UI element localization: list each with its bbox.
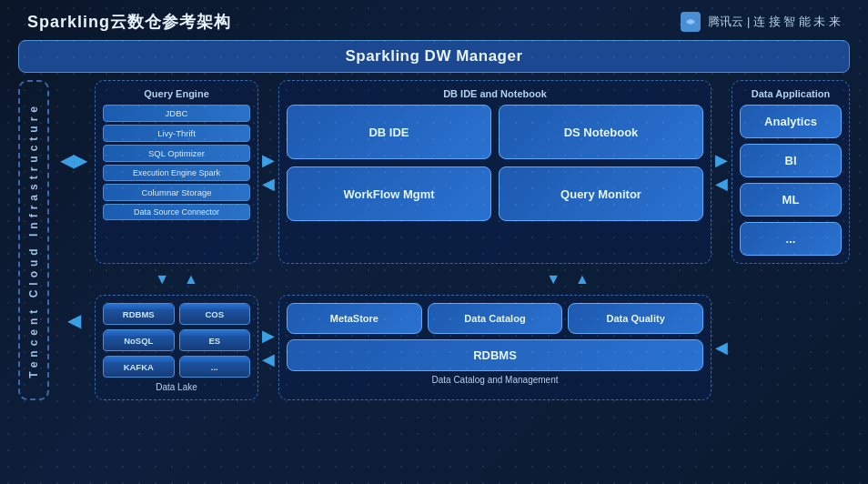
arrow-left-down-icon: ◀ (67, 309, 81, 331)
catalog-data-quality: Data Quality (568, 303, 703, 334)
arrow-right3-icon: ▶ (262, 326, 275, 346)
cylinder-es: ES (179, 329, 251, 351)
data-lake-box: RDBMS COS NoSQL ES KAFKA ... Data Lake (95, 295, 258, 400)
qe-item-jdbc: JDBC (103, 105, 250, 122)
qe-item-exec: Execution Engine Spark (103, 165, 250, 181)
header: Sparkling云数仓参考架构 腾讯云 | 连 接 智 能 未 来 (0, 0, 868, 40)
arrow-left3-icon: ◀ (262, 349, 275, 369)
dbide-dataapp-arrows: ▶ ◀ (712, 80, 732, 264)
data-app-bi: BI (740, 144, 842, 177)
logo-text: 腾讯云 | 连 接 智 能 未 来 (708, 14, 841, 30)
catalog-data-catalog: Data Catalog (428, 303, 563, 334)
qe-dbide-arrows: ▶ ◀ (258, 80, 278, 264)
arrow-left-up-icon: ◀▶ (60, 149, 87, 171)
cylinder-row-1: RDBMS COS (103, 303, 250, 325)
qe-item-sql: SQL Optimizer (103, 145, 250, 162)
datalake-catalog-arrows: ▶ ◀ (258, 295, 278, 400)
tencent-cloud-label: Tencent Cloud Infrastructure (27, 102, 40, 378)
arrow-left2-icon: ◀ (715, 174, 728, 194)
db-ide-title: DB IDE and Notebook (287, 88, 703, 99)
catalog-rdbms: RDBMS (287, 339, 703, 371)
cylinder-rdbms: RDBMS (103, 303, 175, 325)
catalog-metastore: MetaStore (287, 303, 422, 334)
page-title: Sparkling云数仓参考架构 (27, 11, 231, 33)
query-engine-box: Query Engine JDBC Livy-Thrift SQL Optimi… (95, 80, 258, 264)
db-ide-grid: DB IDE DS Notebook WorkFlow Mgmt Query M… (287, 105, 703, 221)
logo-area: 腾讯云 | 连 接 智 能 未 来 (681, 12, 841, 32)
arrow-left-icon: ◀ (262, 174, 275, 194)
arrow-down-icon: ▼ (155, 271, 169, 287)
logo-icon (681, 12, 701, 32)
vertical-arrows-qe: ▼ ▲ (95, 271, 258, 287)
db-ide-item-3: WorkFlow Mgmt (287, 166, 491, 221)
vertical-arrows-dbide: ▼ ▲ (286, 271, 850, 287)
dw-manager-bar: Sparkling DW Manager (18, 40, 850, 73)
catalog-top-row: MetaStore Data Catalog Data Quality (287, 303, 703, 334)
query-engine-title: Query Engine (103, 88, 250, 99)
data-catalog-box: MetaStore Data Catalog Data Quality RDBM… (278, 295, 712, 400)
data-app-title: Data Application (740, 88, 842, 99)
data-lake-label: Data Lake (103, 382, 250, 392)
qe-item-livy: Livy-Thrift (103, 125, 250, 142)
qe-item-col: Columnar Storage (103, 184, 250, 201)
db-ide-box: DB IDE and Notebook DB IDE DS Notebook W… (278, 80, 712, 264)
arrow-right4-icon: ◀ (715, 338, 728, 358)
spacer-data-app (732, 295, 850, 400)
main-container: Sparkling DW Manager Tencent Cloud Infra… (0, 40, 868, 409)
tencent-cloud-label-box: Tencent Cloud Infrastructure (18, 80, 49, 400)
cylinder-nosql: NoSQL (103, 329, 175, 351)
arrow-right2-icon: ▶ (715, 150, 728, 170)
arrow-right-icon: ▶ (262, 150, 275, 170)
catalog-right-arrows: ◀ (712, 295, 732, 400)
data-app-box: Data Application Analytics BI ML ... (732, 80, 850, 264)
data-app-more: ... (740, 222, 842, 256)
cylinder-row-3: KAFKA ... (103, 356, 250, 378)
data-app-items: Analytics BI ML ... (740, 105, 842, 256)
data-catalog-label: Data Catalog and Management (287, 375, 703, 385)
cylinder-kafka: KAFKA (103, 356, 175, 378)
cylinder-cos: COS (179, 303, 251, 325)
db-ide-item-1: DB IDE (287, 105, 491, 159)
arrow-up-icon: ▲ (184, 271, 198, 287)
qe-item-connector: Data Source Connector (103, 204, 250, 220)
data-app-ml: ML (740, 183, 842, 217)
data-app-analytics: Analytics (740, 105, 842, 138)
arrow-down2-icon: ▼ (546, 271, 560, 287)
arrow-up2-icon: ▲ (575, 271, 590, 287)
cylinder-more: ... (179, 356, 251, 378)
left-arrows: ◀▶ ◀ (58, 80, 89, 400)
cylinder-row-2: NoSQL ES (103, 329, 250, 351)
db-ide-item-4: Query Monitor (499, 166, 703, 221)
db-ide-item-2: DS Notebook (499, 105, 703, 159)
